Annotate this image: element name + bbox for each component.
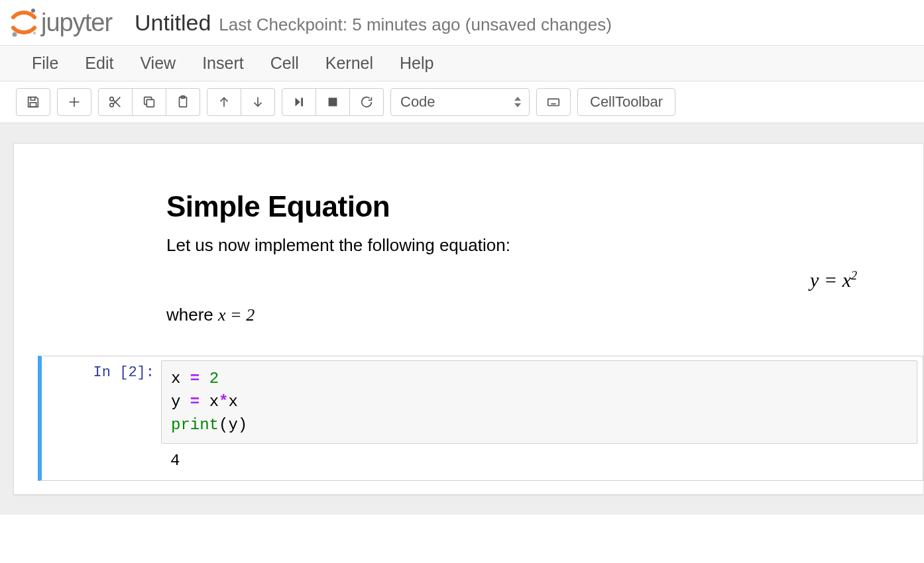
menu-file[interactable]: File	[32, 54, 58, 73]
notebook: Simple Equation Let us now implement the…	[13, 143, 924, 495]
move-group	[207, 88, 275, 116]
menubar: File Edit View Insert Cell Kernel Help	[0, 46, 924, 81]
move-down-button[interactable]	[241, 88, 275, 116]
save-button[interactable]	[16, 88, 50, 116]
save-icon	[26, 95, 40, 109]
menu-kernel[interactable]: Kernel	[325, 54, 373, 73]
stop-icon	[325, 95, 340, 109]
add-cell-button[interactable]	[57, 88, 91, 116]
restart-button[interactable]	[350, 88, 384, 116]
menu-help[interactable]: Help	[400, 54, 433, 73]
cell-toolbar-button[interactable]: CellToolbar	[577, 88, 675, 116]
interrupt-button[interactable]	[316, 88, 350, 116]
toolbar: Code CellToolbar	[0, 81, 924, 123]
restart-icon	[359, 95, 374, 109]
code-cell[interactable]: In [2]: x = 2 y = x*x print(y) . 4	[38, 356, 923, 481]
markdown-intro: Let us now implement the following equat…	[166, 235, 897, 256]
checkpoint-status: Last Checkpoint: 5 minutes ago (unsaved …	[219, 15, 612, 35]
code-input[interactable]: x = 2 y = x*x print(y)	[161, 360, 917, 444]
paste-button[interactable]	[166, 88, 200, 116]
command-palette-button[interactable]	[536, 88, 571, 116]
run-button[interactable]	[282, 88, 316, 116]
cell-type-select[interactable]: Code	[390, 88, 530, 116]
menu-edit[interactable]: Edit	[85, 54, 113, 73]
paste-icon	[176, 95, 190, 109]
svg-point-2	[33, 32, 36, 34]
jupyter-logo-icon	[8, 7, 40, 38]
svg-marker-15	[296, 98, 300, 107]
where-math: x = 2	[218, 305, 255, 325]
notebook-header: jupyter Untitled Last Checkpoint: 5 minu…	[0, 0, 924, 46]
menu-cell[interactable]: Cell	[270, 54, 299, 73]
notebook-title[interactable]: Untitled	[135, 10, 211, 36]
move-up-button[interactable]	[207, 88, 241, 116]
svg-point-1	[13, 32, 17, 37]
copy-button[interactable]	[133, 88, 166, 116]
cell-type-value: Code	[400, 93, 435, 111]
svg-rect-10	[146, 99, 154, 107]
output-prompt-spacer: .	[42, 448, 161, 480]
arrow-down-icon	[251, 95, 265, 109]
svg-rect-18	[548, 99, 559, 105]
keyboard-icon	[546, 95, 561, 109]
cell-toolbar-label: CellToolbar	[590, 93, 663, 111]
input-prompt: In [2]:	[42, 356, 161, 448]
title-area: Untitled Last Checkpoint: 5 minutes ago …	[135, 10, 612, 36]
jupyter-logo[interactable]: jupyter	[8, 7, 112, 38]
cut-button[interactable]	[98, 88, 133, 116]
run-group	[282, 88, 384, 116]
where-prefix: where	[166, 305, 218, 325]
menu-insert[interactable]: Insert	[202, 54, 244, 73]
markdown-where: where x = 2	[166, 305, 897, 325]
jupyter-logo-text: jupyter	[41, 9, 112, 37]
scissors-icon	[108, 95, 123, 109]
code-output: 4	[161, 448, 189, 480]
equation-block: y = x2	[166, 265, 897, 305]
markdown-heading: Simple Equation	[166, 190, 897, 223]
arrow-up-icon	[217, 95, 231, 109]
svg-point-0	[31, 9, 35, 13]
notebook-container: Simple Equation Let us now implement the…	[0, 123, 924, 515]
svg-rect-17	[329, 98, 337, 107]
plus-icon	[67, 95, 82, 109]
copy-icon	[142, 95, 156, 109]
step-forward-icon	[292, 95, 306, 109]
menu-view[interactable]: View	[140, 54, 176, 73]
svg-rect-3	[30, 103, 36, 107]
edit-group	[98, 88, 200, 116]
markdown-cell[interactable]: Simple Equation Let us now implement the…	[14, 170, 923, 348]
